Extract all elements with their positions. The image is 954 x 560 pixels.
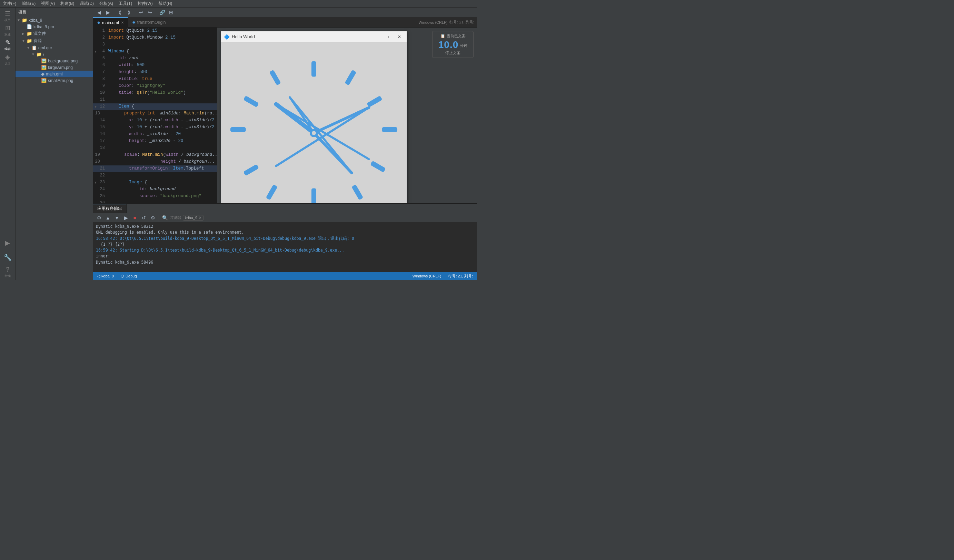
timer-icon: 📋 (440, 34, 445, 38)
output-up-icon[interactable]: ▲ (104, 214, 112, 222)
title-bar: 文件(F) 编辑(E) 视图(V) 构建(B) 调试(D) 分析(A) 工具(T… (0, 0, 477, 8)
tab-close-button[interactable]: ✕ (121, 21, 124, 25)
tab-transform-origin[interactable]: ◆ transformOrigin (128, 17, 170, 27)
code-line: 7 height: 500 (93, 69, 217, 76)
menu-widget[interactable]: 控件(W) (138, 1, 153, 6)
tree-item-bg[interactable]: 🖼️ background.png (16, 58, 93, 64)
toolbar: ◀ ▶ ⟪ ⟫ ↩ ↪ 🔗 ⊞ (93, 8, 477, 17)
menu-debug[interactable]: 调试(D) (80, 1, 94, 6)
activity-help-btn[interactable]: ? 帮助 (1, 265, 14, 279)
undo-button[interactable]: ↩ (137, 9, 145, 16)
nav-left-button[interactable]: ⟪ (116, 9, 124, 16)
tab-main-qml[interactable]: ◆ main.qml ✕ (93, 17, 128, 27)
output-tabs: 应用程序输出 (93, 204, 477, 213)
editor-area: ◀ ▶ ⟪ ⟫ ↩ ↪ 🔗 ⊞ ◆ main.qml ✕ ◆ transform… (93, 8, 477, 280)
redo-button[interactable]: ↪ (146, 9, 154, 16)
filter-label: 过滤器 (170, 215, 181, 220)
status-project[interactable]: ◁ kdba_9 (96, 274, 115, 278)
code-line: 6 width: 500 (93, 62, 217, 69)
timer-header: 📋 当前已文案 (440, 33, 466, 39)
code-line: 9 color: "lightgrey" (93, 83, 217, 90)
close-button[interactable]: ✕ (395, 33, 404, 40)
preview-area: 🔷 Hello World ─ □ ✕ (217, 28, 477, 203)
arrow-icon: ▼ (17, 18, 22, 22)
output-restart-icon[interactable]: ↺ (140, 214, 148, 222)
code-line: 8 visible: true (93, 76, 217, 83)
forward-button[interactable]: ▶ (104, 9, 112, 16)
tree-item-mainqml[interactable]: ◆ main.qml (16, 71, 93, 77)
folder-icon: 📁 (22, 17, 27, 23)
svg-rect-6 (312, 188, 316, 203)
code-line: ▼ 4 Window { (93, 48, 217, 55)
output-tab-app[interactable]: 应用程序输出 (93, 204, 126, 213)
svg-point-20 (312, 131, 316, 135)
menu-view[interactable]: 视图(V) (41, 1, 55, 6)
svg-rect-8 (243, 164, 259, 176)
activity-design[interactable]: ◈ 设计 (1, 52, 14, 66)
activity-project[interactable]: ☰ 项目 (1, 9, 14, 23)
output-line-link2[interactable]: 16:59:42: Starting D:\Qt\6.5.1\test\buil… (96, 247, 474, 253)
code-editor[interactable]: 1 import QtQuick 2.15 2 import QtQuick.W… (93, 28, 217, 203)
activity-bar: ☰ 项目 ⊞ 欢迎 ✎ 编辑 ◈ 设计 ▶ 🔧 ? 帮助 (0, 8, 16, 280)
tree-item-slash[interactable]: ▼ 📁 / (16, 51, 93, 58)
menu-file[interactable]: 文件(F) (3, 1, 16, 6)
output-line-link[interactable]: 16:58:42: D:\Qt\6.5.1\test\build-kdba_9-… (96, 236, 474, 241)
instance-close-icon[interactable]: ✕ (199, 216, 201, 219)
output-line: Dynatic kdba_9.exe 58212 (96, 224, 474, 230)
hello-window-icon: 🔷 (224, 34, 230, 40)
activity-edit[interactable]: ✎ 编辑 (1, 38, 14, 52)
nav-right-button[interactable]: ⟫ (125, 9, 133, 16)
sidebar-tree: ▼ 📁 kdba_9 📄 kdba_9.pro ▶ 📁 源文件 ▼ 📁 (16, 17, 93, 280)
tree-item-largearm[interactable]: 🖼️ largeArm.png (16, 64, 93, 71)
code-line: 1 import QtQuick 2.15 (93, 28, 217, 34)
welcome-icon: ⊞ (5, 24, 10, 32)
activity-build[interactable]: 🔧 (1, 251, 14, 264)
separator3 (156, 10, 156, 15)
code-line: 20 height / backgroun... (93, 159, 217, 165)
menu-build[interactable]: 构建(B) (60, 1, 74, 6)
output-down-icon[interactable]: ▼ (113, 214, 121, 222)
code-line-highlighted: ▼ 12 Item { (93, 103, 217, 110)
activity-debug[interactable]: ▶ (1, 236, 14, 250)
code-line: 24 id: background (93, 186, 217, 193)
status-position[interactable]: 行号: 21, 列号: (447, 274, 474, 279)
code-line: 15 y: 10 + (root.width - _minSide)/2 (93, 124, 217, 131)
output-settings-icon[interactable]: ⚙ (95, 214, 103, 222)
code-line: 18 (93, 145, 217, 152)
qml-file-icon: ◆ (41, 72, 45, 76)
instance-tag[interactable]: kdba_9 ✕ (183, 215, 204, 221)
output-stop-icon[interactable]: ■ (131, 214, 139, 222)
status-debug[interactable]: ⬡ Debug (119, 274, 138, 278)
folder-icon: 📁 (36, 52, 42, 57)
minimize-button[interactable]: ─ (376, 33, 385, 40)
output-play-icon[interactable]: ▶ (122, 214, 130, 222)
split-button[interactable]: ⊞ (167, 9, 175, 16)
svg-rect-11 (269, 70, 281, 86)
status-encoding[interactable]: Windows (CRLF) (411, 274, 443, 279)
code-line: 10 title: qsTr("Hello World") (93, 90, 217, 96)
menu-analyze[interactable]: 分析(A) (99, 1, 113, 6)
svg-rect-10 (243, 95, 259, 107)
output-line: {1 ?} {2?} (96, 241, 474, 247)
tree-item-res[interactable]: ▼ 📁 资源 (16, 37, 93, 44)
separator (159, 215, 159, 221)
maximize-button[interactable]: □ (385, 33, 394, 40)
menu-help[interactable]: 帮助(H) (158, 1, 173, 6)
tree-item-qmlqrc[interactable]: ▼ 📋 qml.qrc (16, 44, 93, 51)
tree-item-kdba9pro[interactable]: 📄 kdba_9.pro (16, 23, 93, 30)
menu-tools[interactable]: 工具(T) (118, 1, 132, 6)
link-button[interactable]: 🔗 (158, 9, 166, 16)
timer-stop-button[interactable]: 停止文案 (445, 50, 460, 56)
back-button[interactable]: ◀ (95, 9, 103, 16)
tree-item-smallarm[interactable]: 🖼️ smallArm.png (16, 77, 93, 84)
menu-edit[interactable]: 编辑(E) (22, 1, 36, 6)
code-line: 26 (93, 200, 217, 203)
activity-welcome[interactable]: ⊞ 欢迎 (1, 23, 14, 37)
sidebar-title: 项目 (16, 8, 93, 17)
output-gear-icon[interactable]: ⚙ (149, 214, 157, 222)
tree-item-src[interactable]: ▶ 📁 源文件 (16, 30, 93, 37)
svg-rect-9 (231, 127, 246, 132)
code-line: 17 height: _minSide - 20 (93, 138, 217, 145)
tree-item-kdba9[interactable]: ▼ 📁 kdba_9 (16, 17, 93, 23)
output-search-icon[interactable]: 🔍 (161, 214, 169, 222)
